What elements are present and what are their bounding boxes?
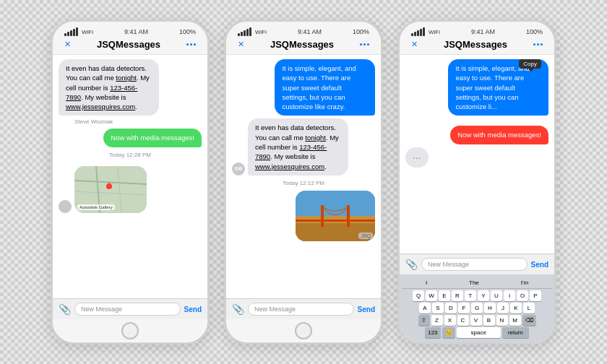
key-y[interactable]: Y [478,290,489,301]
keyboard: I The I'm Q W E R T Y U I O P A S D F G … [400,274,554,342]
input-area-2: 📎 New Message Send [226,298,381,319]
message-input-2[interactable]: New Message [248,303,354,316]
copy-tooltip[interactable]: Copy [519,59,541,69]
message-input-3[interactable]: New Message [421,258,528,271]
key-l[interactable]: L [523,303,535,313]
send-btn-3[interactable]: Send [531,261,548,269]
send-btn-2[interactable]: Send [358,306,375,313]
timestamp-1: Today 12:28 PM [59,152,202,158]
svg-rect-12 [296,220,375,222]
nav-dots-3[interactable] [533,43,543,46]
suggestion-i[interactable]: I [426,280,427,286]
key-k[interactable]: K [510,303,522,313]
key-s[interactable]: S [432,303,444,313]
suggestion-im[interactable]: I'm [521,280,528,286]
key-w[interactable]: W [426,290,437,301]
kb-row-2: A S D F G H J K L [402,303,552,313]
key-r[interactable]: R [452,290,463,301]
kb-suggestions: I The I'm [402,277,552,289]
key-space[interactable]: space [457,327,501,338]
back-btn-1[interactable]: ✕ [64,40,71,49]
msg-row-1: It even has data detectors. You can call… [59,59,202,116]
key-emoji[interactable]: 😊 [442,327,455,338]
msg-row-blue: It is simple, elegant, and easy to use. … [232,59,375,116]
battery-1: 100% [179,28,196,35]
key-b[interactable]: B [483,315,495,326]
key-g[interactable]: G [471,303,483,313]
phone3-header: WiFi 9:41 AM 100% ✕ JSQMessages [400,22,554,55]
phone1-header: WiFi 9:41 AM 100% ✕ JSQMessages [53,22,207,55]
avatar-1 [59,200,72,213]
input-area-3: 📎 New Message Send [400,254,554,274]
msg-row-red: Now with media messages! [405,126,548,144]
key-d[interactable]: D [445,303,457,313]
svg-rect-10 [321,205,324,227]
phone-2: WiFi 9:41 AM 100% ✕ JSQMessages It is si… [224,20,383,344]
kb-row-1: Q W E R T Y U I O P [402,290,552,301]
send-btn-1[interactable]: Send [184,306,202,313]
key-m[interactable]: M [509,315,521,326]
map-bubble[interactable]: Autodesk Gallery [74,166,147,213]
status-bar-2: WiFi 9:41 AM 100% [238,27,369,36]
key-return[interactable]: return [502,327,529,338]
key-v[interactable]: V [470,315,482,326]
key-shift[interactable]: ⇧ [418,315,430,326]
back-btn-2[interactable]: ✕ [238,40,244,49]
key-u[interactable]: U [491,290,502,301]
attachment-icon-2[interactable]: 📎 [232,303,244,315]
map-label: Autodesk Gallery [77,204,115,210]
attachment-icon-1[interactable]: 📎 [59,303,71,315]
key-t[interactable]: T [465,290,476,301]
time-3: 9:41 AM [471,28,495,35]
key-123[interactable]: 123 [425,327,440,338]
typing-dots: ··· [405,147,429,168]
key-backspace[interactable]: ⌫ [522,315,536,326]
msg-row-green: Now with media messages! [59,129,202,147]
nav-title-3: JSQMessages [444,39,507,50]
message-input-1[interactable]: New Message [74,303,181,316]
msg-bubble-red: Now with media messages! [450,126,548,144]
key-z[interactable]: Z [431,315,443,326]
home-btn-1[interactable] [121,322,139,339]
key-a[interactable]: A [419,303,431,313]
key-c[interactable]: C [457,315,469,326]
timestamp-2: Today 12:12 PM [232,180,375,186]
key-e[interactable]: E [439,290,450,301]
status-bar-1: WiFi 9:41 AM 100% [64,27,196,36]
back-btn-3[interactable]: ✕ [411,40,418,49]
msg-row-map: Autodesk Gallery [59,166,202,213]
nav-title-2: JSQMessages [270,39,334,50]
key-n[interactable]: N [496,315,508,326]
key-j[interactable]: J [497,303,509,313]
msg-row-photo: JSQ [232,191,375,241]
battery-2: 100% [353,28,369,35]
sender-label-1: Steve Wozniak [74,118,202,125]
kb-row-3: ⇧ Z X C V B N M ⌫ [402,315,552,326]
msg-row-blue-3: It is simple, elegant, and easy to use. … [405,59,548,116]
key-h[interactable]: H [484,303,496,313]
nav-bar-2: ✕ JSQMessages [238,38,369,51]
nav-dots-1[interactable] [186,43,196,46]
attachment-icon-3[interactable]: 📎 [405,259,418,270]
nav-bar-3: ✕ JSQMessages [411,38,543,51]
battery-3: 100% [526,28,543,35]
msg-bubble-blue: It is simple, elegant, and easy to use. … [275,59,375,116]
key-p[interactable]: P [530,290,541,301]
msg-row-recv-2: SW It even has data detectors. You can c… [232,118,375,175]
key-i[interactable]: I [504,290,515,301]
phone-1: WiFi 9:41 AM 100% ✕ JSQMessages It even … [51,20,210,344]
input-area-1: 📎 New Message Send [53,298,207,319]
time-1: 9:41 AM [124,28,148,35]
phone2-header: WiFi 9:41 AM 100% ✕ JSQMessages [226,22,381,55]
msg-bubble-received-1: It even has data detectors. You can call… [59,59,159,116]
key-o[interactable]: O [517,290,528,301]
status-bar-3: WiFi 9:41 AM 100% [411,27,543,36]
nav-dots-2[interactable] [360,43,369,46]
home-btn-2[interactable] [295,322,312,339]
key-x[interactable]: X [444,315,456,326]
photo-bubble: JSQ [296,191,375,241]
suggestion-the[interactable]: The [469,280,479,286]
key-f[interactable]: F [458,303,470,313]
time-2: 9:41 AM [298,28,322,35]
key-q[interactable]: Q [413,290,424,301]
